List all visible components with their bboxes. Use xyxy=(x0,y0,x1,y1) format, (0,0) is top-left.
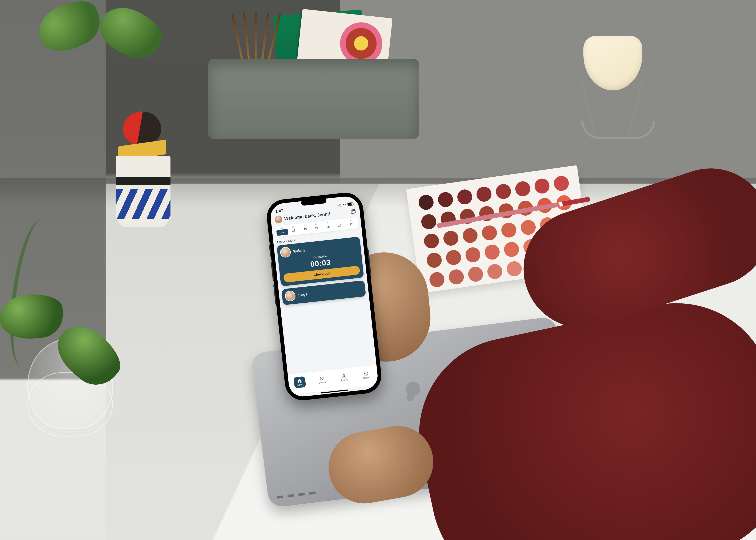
calendar-day[interactable]: 26 xyxy=(334,223,346,230)
client-name: Miriam xyxy=(292,248,305,254)
user-avatar[interactable] xyxy=(274,215,283,223)
palette-swatch xyxy=(486,263,503,280)
calendar-day[interactable]: 27 xyxy=(345,221,357,228)
palette-swatch xyxy=(558,214,575,230)
tab-label: Profile xyxy=(341,378,348,381)
calendar-icon[interactable] xyxy=(350,208,356,214)
scene: 1:47 Welcome back, Jenni! xyxy=(0,0,756,540)
calendar-day[interactable]: 24 xyxy=(311,225,323,232)
palette-swatch xyxy=(500,222,517,238)
palette-swatch xyxy=(481,224,498,241)
palette-swatch xyxy=(542,235,559,252)
tab-report[interactable]: Report xyxy=(355,370,378,380)
clients-icon xyxy=(319,376,324,381)
battery-icon xyxy=(347,202,354,206)
palette-swatch xyxy=(503,241,520,258)
palette-swatch xyxy=(520,219,536,236)
svg-rect-0 xyxy=(351,209,355,213)
tab-label: Clients xyxy=(319,381,326,384)
palette-swatch xyxy=(465,246,481,263)
palette-swatch xyxy=(544,255,561,272)
palette-swatch xyxy=(561,233,578,250)
calendar-day[interactable]: 25 xyxy=(322,224,334,231)
status-time: 1:47 xyxy=(275,208,283,214)
client-card-miriam[interactable]: Miriam Checked in 00:03 Check out xyxy=(277,236,364,286)
calendar-day[interactable]: 22 xyxy=(288,228,300,235)
report-icon xyxy=(364,371,369,376)
signal-icon xyxy=(337,203,342,207)
palette-swatch xyxy=(525,258,542,274)
palette-swatch xyxy=(429,271,445,288)
client-avatar xyxy=(285,291,295,301)
palette-swatch xyxy=(445,249,462,266)
wifi-icon xyxy=(343,203,347,206)
palette-swatch xyxy=(423,232,440,249)
tab-label: Report xyxy=(363,376,370,379)
tab-home[interactable]: Home xyxy=(288,375,311,389)
palette-swatch xyxy=(443,230,459,247)
palette-swatch xyxy=(459,208,476,224)
calendar-day[interactable]: 21 xyxy=(276,229,288,236)
palette-swatch xyxy=(440,210,457,227)
svg-point-2 xyxy=(320,377,322,378)
palette-swatch xyxy=(448,269,465,285)
welcome-text: Welcome back, Jenni! xyxy=(284,211,330,221)
palette-swatch xyxy=(467,266,484,283)
wall xyxy=(340,0,756,184)
palette-swatch xyxy=(506,260,523,277)
wooden-doll xyxy=(111,111,175,235)
tab-clients[interactable]: Clients xyxy=(310,375,333,385)
palette-swatch xyxy=(564,252,581,269)
palette-swatch xyxy=(484,244,501,261)
svg-rect-1 xyxy=(352,211,353,212)
tab-label: Home xyxy=(297,383,303,386)
client-avatar xyxy=(281,247,290,257)
palette-swatch xyxy=(539,216,556,233)
home-icon xyxy=(297,378,302,383)
palette-swatch xyxy=(462,227,478,244)
palette-swatch xyxy=(426,252,443,269)
svg-point-3 xyxy=(343,374,345,376)
sweater-arm xyxy=(386,202,756,538)
desk-edge xyxy=(0,178,756,207)
hand-resting xyxy=(323,420,439,509)
phone-device: 1:47 Welcome back, Jenni! xyxy=(265,191,383,402)
calendar-day[interactable]: 23 xyxy=(299,226,311,233)
tab-profile[interactable]: Profile xyxy=(332,372,355,382)
palette-swatch xyxy=(420,213,437,230)
palette-swatch xyxy=(522,238,539,255)
profile-icon xyxy=(341,373,346,378)
client-name: Jorge xyxy=(297,292,308,297)
